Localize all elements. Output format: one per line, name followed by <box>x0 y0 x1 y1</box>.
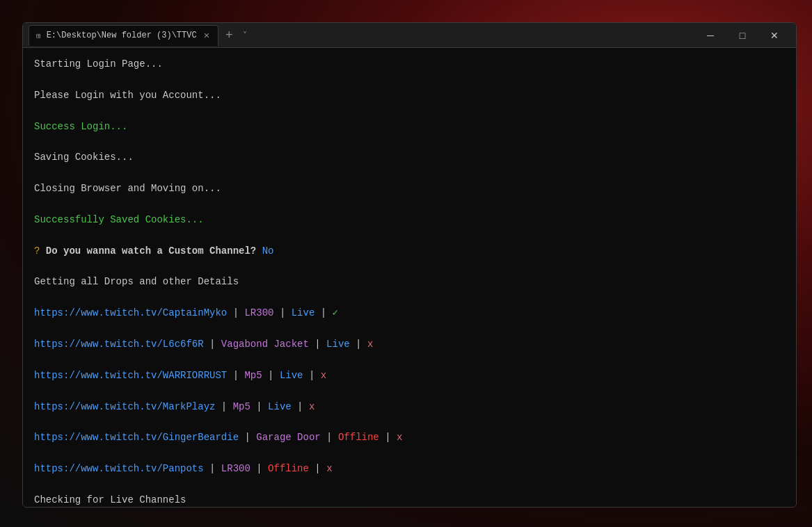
terminal-text-segment: | <box>227 370 244 381</box>
terminal-text-segment: Successfully Saved Cookies... <box>34 214 204 225</box>
terminal-text-segment: | <box>303 370 321 381</box>
terminal-text-segment: | <box>315 307 332 318</box>
terminal-line: Success Login... <box>34 119 785 134</box>
terminal-icon: ⊞ <box>36 31 41 40</box>
terminal-line: https://www.twitch.tv/WARRIORRUST | Mp5 … <box>34 368 785 383</box>
new-tab-button[interactable]: + <box>221 26 237 44</box>
terminal-text-segment: | <box>273 307 291 318</box>
terminal-text-segment: x <box>321 370 326 381</box>
terminal-line: Starting Login Page... <box>34 56 785 72</box>
terminal-text-segment: https://www.twitch.tv/WARRIORRUST <box>34 370 227 381</box>
terminal-text-segment: Live <box>268 401 292 412</box>
terminal-text-segment: | <box>379 432 397 443</box>
terminal-text-segment: Starting Login Page... <box>34 58 163 70</box>
terminal-line <box>34 290 785 305</box>
terminal-text-segment: Checking for Live Channels <box>34 494 186 505</box>
terminal-line: Please Login with you Account... <box>34 88 785 103</box>
terminal-text-segment: Garage Door <box>256 432 320 443</box>
terminal-text-segment: Do you wanna watch a Custom Channel? <box>46 245 262 257</box>
terminal-text-segment: Vagabond Jacket <box>221 339 309 350</box>
tab-title: E:\Desktop\New folder (3)\TTVC <box>47 31 197 40</box>
terminal-line: Checking for Live Channels <box>34 492 785 507</box>
terminal-line <box>34 352 785 367</box>
terminal-line: Closing Browser and Moving on... <box>34 181 785 196</box>
terminal-line <box>34 134 785 149</box>
terminal-text-segment: | <box>309 339 326 350</box>
terminal-text-segment: Mp5 <box>244 370 262 381</box>
terminal-text-segment: | <box>204 339 221 350</box>
terminal-text-segment: x <box>309 401 315 412</box>
terminal-text-segment: x <box>367 339 373 350</box>
terminal-text-segment: https://www.twitch.tv/MarkPlayz <box>34 401 215 412</box>
terminal-text-segment: https://www.twitch.tv/CaptainMyko <box>34 307 227 318</box>
terminal-text-segment: | <box>250 463 268 474</box>
terminal-line <box>34 165 785 181</box>
terminal-text-segment: | <box>204 463 221 474</box>
terminal-text-segment: | <box>321 432 338 443</box>
terminal-line: https://www.twitch.tv/L6c6f6R | Vagabond… <box>34 337 785 352</box>
terminal-text-segment: LR300 <box>221 463 250 474</box>
terminal-line <box>34 446 785 461</box>
terminal-text-segment: | <box>239 432 256 443</box>
terminal-text-segment: https://www.twitch.tv/GingerBeardie <box>34 432 239 443</box>
terminal-line <box>34 414 785 430</box>
terminal-line <box>34 259 785 274</box>
terminal-text-segment: | <box>250 401 268 412</box>
terminal-text-segment: | <box>227 307 244 318</box>
close-button[interactable]: ✕ <box>758 24 790 47</box>
titlebar: ⊞ E:\Desktop\New folder (3)\TTVC ✕ + ˅ ─… <box>23 23 796 48</box>
terminal-line <box>34 227 785 243</box>
terminal-text-segment: https://www.twitch.tv/Panpots <box>34 463 204 474</box>
window-controls: ─ □ ✕ <box>694 24 790 47</box>
terminal-text-segment: x <box>326 463 332 474</box>
terminal-line: Saving Cookies... <box>34 149 785 165</box>
terminal-line <box>34 321 785 337</box>
terminal-text-segment: Closing Browser and Moving on... <box>34 183 221 194</box>
terminal-text-segment: Success Login... <box>34 121 127 132</box>
terminal-text-segment: Please Login with you Account... <box>34 90 221 101</box>
terminal-text-segment: ? <box>34 245 46 257</box>
terminal-text-segment: Saving Cookies... <box>34 152 134 163</box>
terminal-line <box>34 383 785 398</box>
terminal-text-segment: | <box>262 370 280 381</box>
terminal-text-segment: Live <box>326 339 350 350</box>
terminal-text-segment: x <box>397 432 402 443</box>
terminal-text-segment: | <box>292 401 309 412</box>
active-tab[interactable]: ⊞ E:\Desktop\New folder (3)\TTVC ✕ <box>29 25 218 46</box>
terminal-text-segment: | <box>309 463 326 474</box>
terminal-text-segment: Live <box>292 307 315 318</box>
terminal-output: Starting Login Page... Please Login with… <box>23 48 796 507</box>
terminal-line <box>34 103 785 118</box>
terminal-text-segment: Getting all Drops and other Details <box>34 276 239 287</box>
minimize-button[interactable]: ─ <box>694 24 726 47</box>
terminal-line <box>34 197 785 212</box>
terminal-text-segment: https://www.twitch.tv/L6c6f6R <box>34 339 204 350</box>
terminal-text-segment: | <box>350 339 367 350</box>
terminal-line <box>34 477 785 492</box>
terminal-line: https://www.twitch.tv/CaptainMyko | LR30… <box>34 305 785 321</box>
terminal-text-segment: No <box>262 245 274 257</box>
terminal-text-segment: LR300 <box>244 307 273 318</box>
tab-close-button[interactable]: ✕ <box>202 31 211 40</box>
terminal-line <box>34 72 785 87</box>
terminal-line: Successfully Saved Cookies... <box>34 212 785 227</box>
terminal-text-segment: Mp5 <box>233 401 250 412</box>
terminal-line: https://www.twitch.tv/Panpots | LR300 | … <box>34 461 785 476</box>
terminal-text-segment: Live <box>280 370 303 381</box>
terminal-text-segment: Offline <box>338 432 379 443</box>
maximize-button[interactable]: □ <box>726 24 758 47</box>
tab-dropdown-button[interactable]: ˅ <box>240 29 250 42</box>
terminal-line: https://www.twitch.tv/GingerBeardie | Ga… <box>34 430 785 445</box>
terminal-line: https://www.twitch.tv/MarkPlayz | Mp5 | … <box>34 399 785 414</box>
terminal-line: Getting all Drops and other Details <box>34 274 785 289</box>
terminal-window: ⊞ E:\Desktop\New folder (3)\TTVC ✕ + ˅ ─… <box>22 22 797 508</box>
terminal-text-segment: | <box>215 401 232 412</box>
terminal-line: ? Do you wanna watch a Custom Channel? N… <box>34 243 785 259</box>
terminal-text-segment: Offline <box>268 463 309 474</box>
terminal-text-segment: ✓ <box>333 307 338 318</box>
